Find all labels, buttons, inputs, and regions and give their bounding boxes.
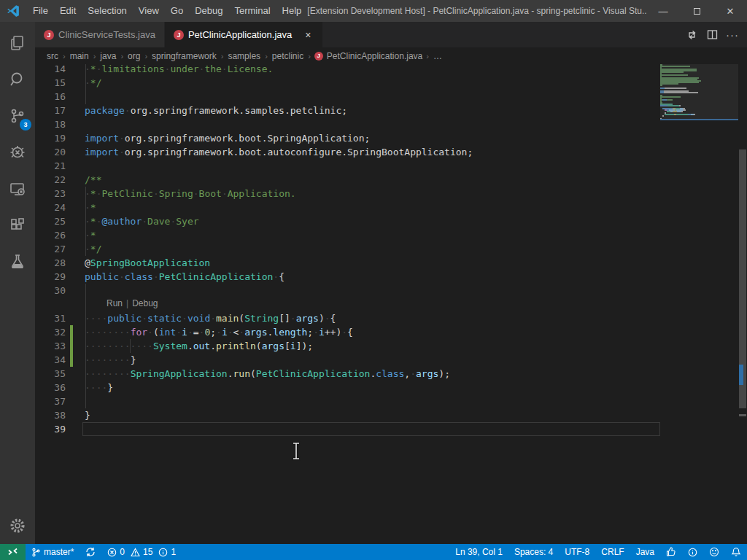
code-line-27[interactable]: 27·*/ <box>35 242 660 256</box>
status-eol[interactable]: CRLF <box>595 544 630 560</box>
activity-bar-test-explorer[interactable] <box>0 244 35 280</box>
more-actions-button[interactable]: ··· <box>722 22 743 47</box>
tab-clinicservicetests-java[interactable]: JClinicServiceTests.java <box>35 22 165 47</box>
code-line-24[interactable]: 24·* <box>35 201 660 214</box>
status-sync[interactable] <box>80 544 101 560</box>
activity-bar-manage[interactable] <box>0 508 35 544</box>
activity-bar-run-and-debug[interactable] <box>0 134 35 171</box>
split-editor-button[interactable] <box>702 22 722 47</box>
code-line-16[interactable]: 16 <box>35 90 660 104</box>
menu-debug[interactable]: Debug <box>189 0 228 22</box>
menu-file[interactable]: File <box>27 0 54 22</box>
code-line-23[interactable]: 23·*·PetClinic·Spring·Boot·Application. <box>35 187 660 201</box>
status-notifications[interactable] <box>725 544 747 560</box>
menu-terminal[interactable]: Terminal <box>228 0 276 22</box>
line-number[interactable]: 18 <box>35 117 66 131</box>
breadcrumb-item-org[interactable]: org <box>127 51 141 61</box>
line-number[interactable]: 36 <box>35 381 66 394</box>
code-line-32[interactable]: 32········for·(int·i·=·0;·i·<·args.lengt… <box>35 325 660 339</box>
line-number[interactable]: 21 <box>35 159 66 173</box>
status-feedback[interactable] <box>703 544 725 560</box>
activity-bar-source-control[interactable]: 3 <box>0 98 35 134</box>
menu-go[interactable]: Go <box>165 0 189 22</box>
vertical-scrollbar[interactable] <box>738 64 747 544</box>
code-area[interactable]: 14·*·limitations·under·the·License.15·*/… <box>35 64 660 436</box>
line-number[interactable]: 17 <box>35 104 66 117</box>
line-number[interactable]: 33 <box>35 339 66 353</box>
code-line-22[interactable]: 22/** <box>35 173 660 187</box>
code-line-14[interactable]: 14·*·limitations·under·the·License. <box>35 64 660 76</box>
line-number[interactable]: 29 <box>35 270 66 284</box>
line-number[interactable]: 22 <box>35 173 66 187</box>
status-branch[interactable]: master* <box>26 544 80 560</box>
menu-view[interactable]: View <box>133 0 165 22</box>
status-indentation[interactable]: Spaces: 4 <box>508 544 559 560</box>
status-cursor-position[interactable]: Ln 39, Col 1 <box>449 544 508 560</box>
line-number[interactable]: 27 <box>35 242 66 256</box>
code-line-31[interactable]: 31····public·static·void·main(String[]·a… <box>35 311 660 325</box>
breadcrumb-item-file[interactable]: JPetClinicApplication.java <box>314 51 422 61</box>
minimize-button[interactable]: — <box>646 0 680 22</box>
line-number[interactable]: 35 <box>35 367 66 381</box>
open-changes-button[interactable] <box>681 22 702 47</box>
line-number[interactable]: 37 <box>35 394 66 408</box>
minimap-slider[interactable] <box>660 64 738 120</box>
breadcrumb-item-src[interactable]: src <box>46 51 59 61</box>
breadcrumb-item-springframework[interactable]: springframework <box>151 51 217 61</box>
status-problems[interactable]: 0151 <box>101 544 185 560</box>
code-line-38[interactable]: 38} <box>35 408 660 422</box>
code-line-26[interactable]: 26·* <box>35 228 660 242</box>
line-number[interactable]: 38 <box>35 408 66 422</box>
menu-help[interactable]: Help <box>276 0 308 22</box>
line-number[interactable]: 39 <box>35 422 66 436</box>
activity-bar-remote-explorer[interactable] <box>0 171 35 207</box>
activity-bar-extensions[interactable] <box>0 207 35 244</box>
code-line-25[interactable]: 25·*·@author·Dave·Syer <box>35 214 660 228</box>
line-number[interactable]: 28 <box>35 256 66 270</box>
activity-bar-search[interactable] <box>0 61 35 98</box>
code-line-20[interactable]: 20import·org.springframework.boot.autoco… <box>35 145 660 159</box>
line-number[interactable]: 26 <box>35 228 66 242</box>
line-number[interactable]: 16 <box>35 90 66 104</box>
menu-selection[interactable]: Selection <box>82 0 132 22</box>
breadcrumb-overflow[interactable]: … <box>433 51 443 61</box>
line-number[interactable]: 30 <box>35 284 66 298</box>
code-line-21[interactable]: 21 <box>35 159 660 173</box>
status-java-status[interactable] <box>660 544 682 560</box>
menu-edit[interactable]: Edit <box>54 0 82 22</box>
line-number[interactable]: 24 <box>35 201 66 214</box>
code-line-18[interactable]: 18 <box>35 117 660 131</box>
code-line-28[interactable]: 28@SpringBootApplication <box>35 256 660 270</box>
line-number[interactable]: 34 <box>35 353 66 367</box>
code-line-36[interactable]: 36····} <box>35 381 660 394</box>
breadcrumb-item-java[interactable]: java <box>99 51 117 61</box>
line-number[interactable]: 23 <box>35 187 66 201</box>
code-line-29[interactable]: 29public·class·PetClinicApplication·{ <box>35 270 660 284</box>
line-number[interactable]: 20 <box>35 145 66 159</box>
maximize-button[interactable] <box>680 0 713 22</box>
code-line-15[interactable]: 15·*/ <box>35 76 660 90</box>
status-language-mode[interactable]: Java <box>630 544 660 560</box>
line-number[interactable]: 25 <box>35 214 66 228</box>
code-line-19[interactable]: 19import·org.springframework.boot.Spring… <box>35 131 660 145</box>
status-info[interactable] <box>682 544 703 560</box>
code-line-37[interactable]: 37 <box>35 394 660 408</box>
close-tab-icon[interactable]: × <box>302 29 314 41</box>
code-line-34[interactable]: 34········} <box>35 353 660 367</box>
code-line-30[interactable]: 30 <box>35 284 660 298</box>
status-remote[interactable] <box>0 544 26 560</box>
breadcrumb-item-samples[interactable]: samples <box>227 51 261 61</box>
line-number[interactable]: 32 <box>35 325 66 339</box>
codelens-debug-link[interactable]: Debug <box>132 298 158 308</box>
code-line-35[interactable]: 35········SpringApplication.run(PetClini… <box>35 367 660 381</box>
line-number[interactable]: 19 <box>35 131 66 145</box>
editor[interactable]: 14·*·limitations·under·the·License.15·*/… <box>35 64 747 544</box>
line-number[interactable]: 15 <box>35 76 66 90</box>
breadcrumb-item-petclinic[interactable]: petclinic <box>271 51 304 61</box>
close-button[interactable]: ✕ <box>713 0 747 22</box>
line-number[interactable]: 14 <box>35 64 66 76</box>
line-number[interactable]: 31 <box>35 311 66 325</box>
code-line-17[interactable]: 17package·org.springframework.samples.pe… <box>35 104 660 117</box>
breadcrumb-item-main[interactable]: main <box>69 51 90 61</box>
minimap[interactable] <box>660 64 738 121</box>
